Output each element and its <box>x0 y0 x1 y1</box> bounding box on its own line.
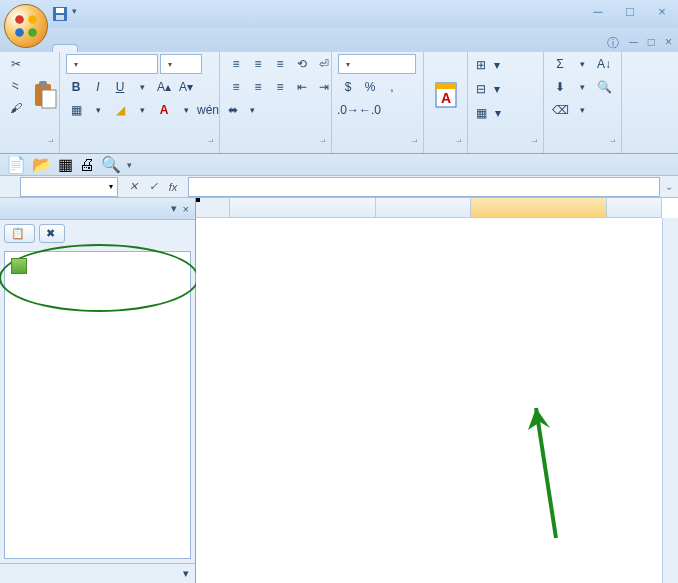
formula-expand-icon[interactable]: ⌄ <box>660 181 678 192</box>
tab-layout[interactable] <box>102 45 126 52</box>
svg-rect-9 <box>42 90 56 108</box>
fill-dropdown2-icon[interactable]: ▾ <box>572 77 592 97</box>
font-name-combo[interactable]: ▾ <box>66 54 158 74</box>
close-button[interactable]: × <box>650 2 674 20</box>
qat2-print-icon[interactable]: 🖨 <box>79 156 95 174</box>
underline-dropdown-icon[interactable]: ▾ <box>132 77 152 97</box>
decrease-decimal-button[interactable]: ←.0 <box>360 100 380 120</box>
sum-dropdown-icon[interactable]: ▾ <box>572 54 592 74</box>
cancel-formula-icon[interactable]: ✕ <box>124 178 142 196</box>
percent-button[interactable]: % <box>360 77 380 97</box>
vertical-scrollbar[interactable] <box>662 218 678 583</box>
clipboard-pane-close-icon[interactable]: × <box>183 203 189 215</box>
increase-indent-button[interactable]: ⇥ <box>314 77 334 97</box>
increase-decimal-button[interactable]: .0→ <box>338 100 358 120</box>
accept-formula-icon[interactable]: ✓ <box>144 178 162 196</box>
fill-button[interactable]: ⬇ <box>550 77 570 97</box>
worksheet-grid[interactable] <box>196 198 678 583</box>
svg-rect-6 <box>56 15 64 20</box>
tab-review[interactable] <box>174 45 198 52</box>
formula-bar: ▾ ✕ ✓ fx ⌄ <box>0 176 678 198</box>
insert-button[interactable]: ⊞ ▾ <box>474 54 503 76</box>
bold-button[interactable]: B <box>66 77 86 97</box>
merge-dropdown-icon[interactable]: ▾ <box>242 100 262 120</box>
col-header-c[interactable] <box>471 198 608 218</box>
tab-view[interactable] <box>198 45 222 52</box>
align-center-button[interactable]: ≡ <box>248 77 268 97</box>
qat-dropdown-icon[interactable]: ▾ <box>72 6 88 22</box>
clipboard-items <box>4 251 191 559</box>
formula-input[interactable] <box>188 177 660 197</box>
ribbon-close-icon[interactable]: □ <box>648 35 655 52</box>
svg-rect-5 <box>56 8 64 13</box>
save-icon[interactable] <box>52 6 68 22</box>
underline-button[interactable]: U <box>110 77 130 97</box>
font-color-button[interactable]: A <box>154 100 174 120</box>
comma-button[interactable]: , <box>382 77 402 97</box>
fontcolor-dropdown-icon[interactable]: ▾ <box>176 100 196 120</box>
number-format-combo[interactable]: ▾ <box>338 54 416 74</box>
select-all-corner[interactable] <box>196 198 230 218</box>
orientation-button[interactable]: ⟲ <box>292 54 312 74</box>
clear-button[interactable]: ⌫ <box>550 100 570 120</box>
phonetic-button[interactable]: wén <box>198 100 218 120</box>
qat2-properties-icon[interactable]: ▦ <box>58 155 73 174</box>
qat2-dropdown-icon[interactable]: ▾ <box>127 160 132 170</box>
title-bar: ▾ ─ □ × <box>0 0 678 28</box>
border-button[interactable]: ▦ <box>66 100 86 120</box>
align-left-button[interactable]: ≡ <box>226 77 246 97</box>
qat2-open-icon[interactable]: 📂 <box>32 155 52 174</box>
format-button[interactable]: ▦ ▾ <box>474 102 503 124</box>
align-bottom-button[interactable]: ≡ <box>270 54 290 74</box>
tab-data[interactable] <box>150 45 174 52</box>
paste-button[interactable] <box>30 54 60 137</box>
tab-formulas[interactable] <box>126 45 150 52</box>
paste-all-button[interactable]: 📋 <box>4 224 35 243</box>
clear-all-button[interactable]: ✖ <box>39 224 65 243</box>
col-header-a[interactable] <box>230 198 376 218</box>
align-top-button[interactable]: ≡ <box>226 54 246 74</box>
tab-insert[interactable] <box>78 45 102 52</box>
wrap-text-button[interactable]: ⏎ <box>314 54 334 74</box>
sum-button[interactable]: Σ <box>550 54 570 74</box>
ribbon: ✂ ⺀ 🖌 ▾ ▾ B I U ▾ A▴ A▾ <box>0 52 678 154</box>
maximize-button[interactable]: □ <box>618 2 642 20</box>
grow-font-button[interactable]: A▴ <box>154 77 174 97</box>
clipboard-options-button[interactable]: ▾ <box>0 563 195 583</box>
ribbon-min-icon[interactable]: ─ <box>629 35 638 52</box>
sort-button[interactable]: A↓ <box>594 54 614 74</box>
ribbon-x-icon[interactable]: × <box>665 35 672 52</box>
delete-button[interactable]: ⊟ ▾ <box>474 78 503 100</box>
fill-dropdown-icon[interactable]: ▾ <box>132 100 152 120</box>
clipboard-item[interactable] <box>9 256 186 260</box>
find-button[interactable]: 🔍 <box>594 77 614 97</box>
format-painter-icon[interactable]: 🖌 <box>6 98 26 118</box>
border-dropdown-icon[interactable]: ▾ <box>88 100 108 120</box>
clear-dropdown-icon[interactable]: ▾ <box>572 100 592 120</box>
name-box[interactable]: ▾ <box>20 177 118 197</box>
currency-button[interactable]: $ <box>338 77 358 97</box>
styles-button[interactable]: A <box>430 54 461 137</box>
cut-icon[interactable]: ✂ <box>6 54 26 74</box>
copy-icon[interactable]: ⺀ <box>6 76 26 96</box>
shrink-font-button[interactable]: A▾ <box>176 77 196 97</box>
fill-color-button[interactable]: ◢ <box>110 100 130 120</box>
col-header-b[interactable] <box>376 198 471 218</box>
cells-area[interactable] <box>230 218 662 583</box>
help-icon[interactable]: ⓘ <box>607 35 619 52</box>
col-header-d[interactable] <box>607 198 662 218</box>
align-right-button[interactable]: ≡ <box>270 77 290 97</box>
align-middle-button[interactable]: ≡ <box>248 54 268 74</box>
qat2-new-icon[interactable]: 📄 <box>6 155 26 174</box>
decrease-indent-button[interactable]: ⇤ <box>292 77 312 97</box>
qat2-find-icon[interactable]: 🔍 <box>101 155 121 174</box>
font-size-combo[interactable]: ▾ <box>160 54 202 74</box>
merge-button[interactable]: ⬌ <box>226 100 240 120</box>
italic-button[interactable]: I <box>88 77 108 97</box>
minimize-button[interactable]: ─ <box>586 2 610 20</box>
tab-developer[interactable] <box>222 45 246 52</box>
tab-home[interactable] <box>52 44 78 52</box>
fx-icon[interactable]: fx <box>164 178 182 196</box>
office-button[interactable] <box>4 4 48 48</box>
clipboard-pane-menu-icon[interactable]: ▾ <box>171 202 177 215</box>
